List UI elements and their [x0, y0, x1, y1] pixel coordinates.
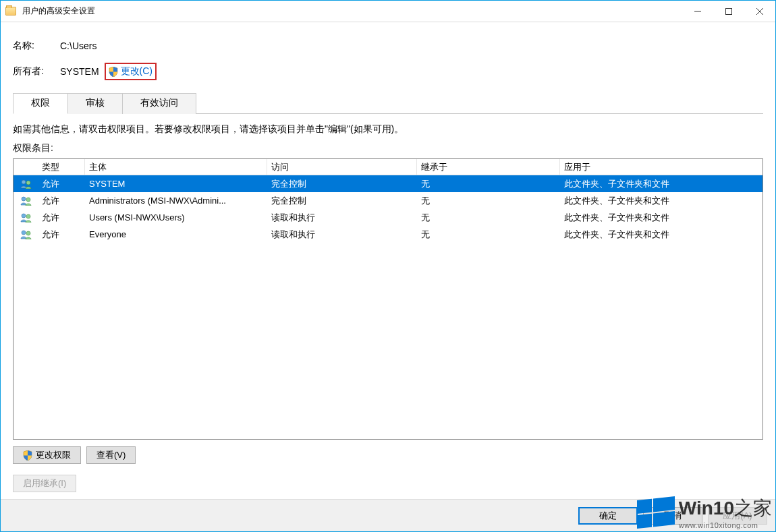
- apply-button: 应用(A): [708, 507, 767, 525]
- svg-point-2: [26, 181, 30, 185]
- tab-bar: 权限 审核 有效访问: [13, 92, 763, 114]
- dialog-footer: 确定 取消 应用(A): [1, 499, 775, 531]
- table-buttons-row: 更改权限 查看(V): [13, 446, 763, 464]
- col-applies[interactable]: 应用于: [560, 159, 763, 175]
- table-row[interactable]: 允许Users (MSI-NWX\Users)读取和执行无此文件夹、子文件夹和文…: [13, 209, 763, 226]
- tab-auditing[interactable]: 审核: [68, 93, 123, 114]
- change-owner-text: 更改(C): [121, 65, 153, 78]
- table-row[interactable]: 允许Administrators (MSI-NWX\Admini...完全控制无…: [13, 192, 763, 209]
- cell-type: 允许: [38, 193, 85, 209]
- owner-value: SYSTEM: [60, 66, 99, 77]
- svg-point-7: [22, 231, 26, 235]
- svg-point-6: [26, 214, 30, 218]
- entries-label: 权限条目:: [13, 142, 763, 154]
- owner-row: 所有者: SYSTEM 更改(C): [13, 63, 763, 80]
- cell-principal: Administrators (MSI-NWX\Admini...: [85, 194, 267, 208]
- cell-inherited: 无: [417, 176, 560, 192]
- col-type[interactable]: 类型: [38, 159, 85, 175]
- inherit-row: 启用继承(I): [13, 475, 763, 492]
- svg-point-1: [22, 180, 26, 184]
- cell-access: 完全控制: [267, 176, 417, 192]
- cancel-button[interactable]: 取消: [643, 507, 702, 525]
- table-row[interactable]: 允许SYSTEM完全控制无此文件夹、子文件夹和文件: [13, 175, 763, 192]
- change-permissions-button[interactable]: 更改权限: [13, 446, 81, 464]
- cell-principal: Users (MSI-NWX\Users): [85, 210, 267, 225]
- change-owner-link[interactable]: 更改(C): [105, 63, 157, 80]
- cell-inherited: 无: [417, 193, 560, 209]
- group-icon: [13, 194, 38, 208]
- shield-icon: [109, 67, 118, 77]
- change-permissions-label: 更改权限: [36, 449, 71, 461]
- cell-applies: 此文件夹、子文件夹和文件: [560, 227, 763, 243]
- name-row: 名称: C:\Users: [13, 40, 763, 52]
- cell-applies: 此文件夹、子文件夹和文件: [560, 193, 763, 209]
- table-body: 允许SYSTEM完全控制无此文件夹、子文件夹和文件 允许Administrato…: [13, 175, 763, 439]
- name-label: 名称:: [13, 40, 60, 52]
- group-icon: [13, 211, 38, 225]
- group-icon: [13, 228, 38, 241]
- owner-label: 所有者:: [13, 65, 60, 78]
- cell-access: 读取和执行: [267, 227, 417, 243]
- col-access[interactable]: 访问: [267, 159, 417, 175]
- tab-permissions[interactable]: 权限: [13, 93, 68, 114]
- window-title: 用户的高级安全设置: [21, 5, 95, 17]
- cell-applies: 此文件夹、子文件夹和文件: [560, 176, 763, 192]
- cell-inherited: 无: [417, 227, 560, 243]
- permissions-table: 类型 主体 访问 继承于 应用于 允许SYSTEM完全控制无此文件夹、子文件夹和…: [13, 158, 763, 440]
- ok-button[interactable]: 确定: [578, 507, 638, 525]
- cell-access: 完全控制: [267, 193, 417, 209]
- group-icon: [13, 177, 38, 191]
- enable-inheritance-button: 启用继承(I): [13, 475, 76, 492]
- tab-effective-access[interactable]: 有效访问: [123, 93, 196, 114]
- cell-applies: 此文件夹、子文件夹和文件: [560, 210, 763, 226]
- shield-icon: [23, 450, 32, 461]
- view-label: 查看(V): [96, 449, 126, 461]
- folder-icon: [5, 7, 16, 16]
- cell-principal: Everyone: [85, 227, 267, 241]
- cell-principal: SYSTEM: [85, 177, 267, 191]
- enable-inherit-label: 启用继承(I): [23, 477, 66, 490]
- view-button[interactable]: 查看(V): [86, 446, 136, 464]
- col-inherited[interactable]: 继承于: [417, 159, 560, 175]
- cell-inherited: 无: [417, 210, 560, 226]
- maximize-button[interactable]: [713, 1, 744, 22]
- minimize-button[interactable]: [682, 1, 713, 22]
- table-header: 类型 主体 访问 继承于 应用于: [13, 159, 763, 175]
- window-icon: [1, 7, 21, 16]
- instruction-text: 如需其他信息，请双击权限项目。若要修改权限项目，请选择该项目并单击"编辑"(如果…: [13, 123, 763, 136]
- advanced-security-window: 用户的高级安全设置 名称: C:\Users 所有者: SYSTEM: [0, 0, 776, 532]
- svg-rect-0: [726, 8, 732, 14]
- svg-point-5: [22, 214, 26, 218]
- cell-type: 允许: [38, 176, 85, 192]
- svg-point-8: [26, 231, 30, 235]
- cell-access: 读取和执行: [267, 210, 417, 226]
- cell-type: 允许: [38, 210, 85, 226]
- col-principal[interactable]: 主体: [85, 159, 267, 175]
- svg-point-4: [26, 198, 30, 202]
- name-value: C:\Users: [60, 40, 96, 51]
- titlebar: 用户的高级安全设置: [1, 1, 775, 22]
- cell-type: 允许: [38, 227, 85, 243]
- close-button[interactable]: [744, 1, 775, 22]
- table-row[interactable]: 允许Everyone读取和执行无此文件夹、子文件夹和文件: [13, 226, 763, 243]
- content-area: 名称: C:\Users 所有者: SYSTEM 更改(C) 权限: [1, 22, 775, 499]
- col-icon[interactable]: [13, 165, 38, 169]
- svg-point-3: [22, 197, 26, 201]
